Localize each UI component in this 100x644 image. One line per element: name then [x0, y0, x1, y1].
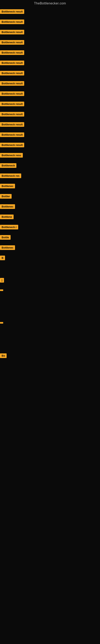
- bottleneck-badge[interactable]: [0, 322, 3, 324]
- bottleneck-badge[interactable]: Bottleneck result: [0, 9, 24, 14]
- list-item: Bottleneck: [0, 161, 100, 171]
- bottleneck-badge[interactable]: Bottleneck resu: [0, 153, 23, 158]
- bottleneck-badge[interactable]: Bottleneck result: [0, 40, 24, 45]
- bottleneck-badge[interactable]: |: [0, 278, 4, 282]
- list-item: Bottleneck result: [0, 99, 100, 110]
- list-item: Bottleneck result: [0, 140, 100, 150]
- bottleneck-badge[interactable]: Bottleneck r: [0, 225, 18, 230]
- list-item: Bottleneck res: [0, 171, 100, 181]
- bottleneck-badge[interactable]: Bottleneck result: [0, 112, 24, 116]
- list-item: Bottleneck result: [0, 48, 100, 58]
- list-item: Bottleneck result: [0, 120, 100, 130]
- list-item: Bottleneck result: [0, 89, 100, 99]
- bottleneck-badge[interactable]: Bottlenec: [0, 245, 15, 250]
- list-item: Bottleneck result: [0, 58, 100, 68]
- list-item: Bottlenec: [0, 243, 100, 253]
- list-item: Bottleneck result: [0, 17, 100, 27]
- list-item: Bottleneck result: [0, 38, 100, 48]
- bottleneck-badge[interactable]: Bo: [0, 354, 7, 358]
- bottleneck-badge[interactable]: Bottleneck result: [0, 71, 24, 76]
- bottleneck-badge[interactable]: Bottler: [0, 194, 12, 199]
- list-item: Bottlene: [0, 212, 100, 222]
- list-item: Bottleneck result: [0, 68, 100, 79]
- bottleneck-badge[interactable]: Bottlenec: [0, 184, 15, 188]
- list-item: [0, 318, 100, 327]
- list-item: Bottleneck result: [0, 130, 100, 140]
- bottleneck-badge[interactable]: B: [0, 256, 5, 260]
- list-item: Bottler: [0, 192, 100, 202]
- site-title: TheBottlenecker.com: [0, 0, 100, 7]
- bottleneck-badge[interactable]: Bottle: [0, 235, 11, 240]
- list-item: Bottleneck result: [0, 79, 100, 89]
- list-item: [0, 286, 100, 294]
- list-item: |: [0, 276, 100, 286]
- bottleneck-badge[interactable]: Bottleneck result: [0, 122, 24, 127]
- bottleneck-badge[interactable]: [0, 290, 3, 291]
- bottleneck-badge[interactable]: Bottlene: [0, 214, 14, 219]
- list-item: Bottleneck result: [0, 110, 100, 120]
- bottleneck-badge[interactable]: Bottleneck result: [0, 30, 24, 34]
- bottleneck-badge[interactable]: Bottleneck: [0, 163, 16, 168]
- bottleneck-badge[interactable]: Bottleneck result: [0, 60, 24, 65]
- list-item: B: [0, 253, 100, 264]
- bottleneck-badge[interactable]: Bottleneck result: [0, 50, 24, 55]
- list-item: Bottlenec: [0, 202, 100, 212]
- list-item: Bottleneck result: [0, 7, 100, 17]
- list-item: Bottleneck resu: [0, 150, 100, 161]
- bottleneck-badge[interactable]: Bottleneck res: [0, 174, 21, 178]
- bottleneck-badge[interactable]: Bottleneck result: [0, 132, 24, 137]
- list-item: Bottleneck result: [0, 27, 100, 38]
- list-item: Bottle: [0, 233, 100, 243]
- bottleneck-badge[interactable]: Bottleneck result: [0, 102, 24, 106]
- bottleneck-badge[interactable]: Bottleneck result: [0, 20, 24, 24]
- bottleneck-badge[interactable]: Bottlenec: [0, 204, 15, 209]
- list-item: Bo: [0, 351, 100, 361]
- bottleneck-badge[interactable]: Bottleneck result: [0, 91, 24, 96]
- bottleneck-badge[interactable]: Bottleneck result: [0, 81, 24, 86]
- site-header: TheBottlenecker.com: [0, 0, 100, 7]
- list-item: Bottleneck r: [0, 222, 100, 233]
- list-item: Bottlenec: [0, 181, 100, 192]
- bottleneck-badge[interactable]: Bottleneck result: [0, 143, 24, 147]
